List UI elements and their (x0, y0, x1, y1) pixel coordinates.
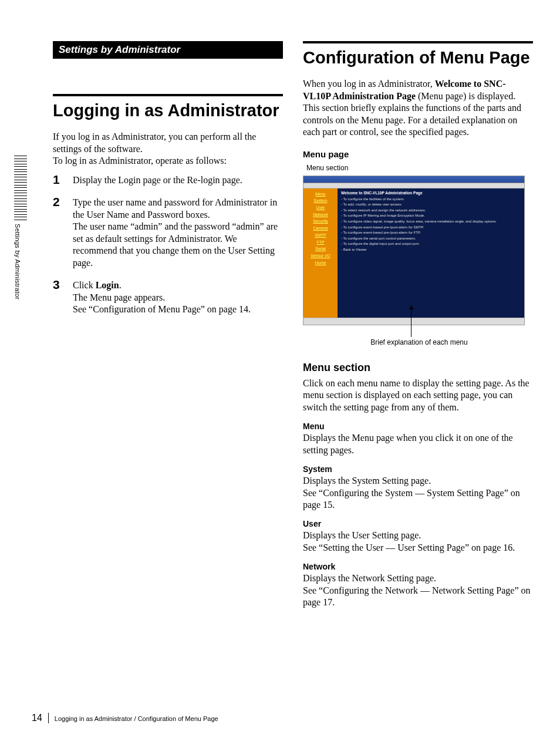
paragraph: Click on each menu name to display the s… (303, 378, 533, 413)
text: Type the user name and password for Admi… (73, 197, 277, 219)
text: (Menu page) is displayed. (416, 91, 515, 101)
text: The Menu page appears. (73, 292, 165, 302)
text: See “Configuring the System — System Set… (303, 488, 520, 510)
text: This section briefly explains the functi… (303, 103, 521, 137)
text: Display the Login page or the Re-login p… (73, 175, 242, 185)
step-2: Type the user name and password for Admi… (53, 197, 283, 269)
text: If you log in as Administrator, you can … (53, 132, 256, 153)
subhead-menu-section: Menu section (303, 362, 533, 374)
text: Displays the User Setting page. (303, 530, 421, 540)
menu-link-home[interactable]: Home (303, 260, 338, 267)
menu-link-camera[interactable]: Camera (303, 225, 338, 232)
text: Click (73, 280, 96, 290)
menu-link-network[interactable]: Network (303, 211, 338, 218)
screenshot-container: Menu section Menu System User Network Se… (303, 164, 533, 348)
paragraph: Displays the Menu page when you click it… (303, 432, 533, 456)
menu-link-menu[interactable]: Menu (303, 191, 338, 198)
text: To log in as Administrator, operate as f… (53, 156, 227, 166)
heading-configuration: Configuration of Menu Page (303, 48, 533, 68)
item-head-menu: Menu (303, 422, 533, 431)
window-titlebar (303, 176, 524, 183)
rule (53, 94, 283, 96)
desc-line: - To select network and assign the netwo… (341, 208, 521, 214)
desc-line: - To configure the digital input port an… (341, 241, 521, 247)
footer-title: Logging in as Administrator / Configurat… (55, 715, 218, 722)
menu-page-screenshot: Menu System User Network Security Camera… (303, 176, 525, 325)
side-section-label: Settings by Administrator (14, 224, 21, 299)
side-stripes-icon (14, 156, 27, 220)
text: See “Configuring the Network — Network S… (303, 585, 530, 607)
heading-logging-in: Logging in as Administrator (53, 101, 283, 120)
step-1: Display the Login page or the Re-login p… (53, 174, 283, 186)
window-statusbar (303, 318, 524, 325)
menu-link-smtp[interactable]: SMTP (303, 232, 338, 239)
intro-paragraph: If you log in as Administrator, you can … (53, 131, 283, 167)
menu-link-serial[interactable]: Serial (303, 245, 338, 252)
right-column: Configuration of Menu Page When you log … (303, 41, 533, 616)
steps-list: Display the Login page or the Re-login p… (53, 174, 283, 316)
callout-arrow: Brief explanation of each menu (303, 325, 533, 348)
arrow-line-icon (411, 308, 411, 337)
menu-link-sensor-io[interactable]: Sensor I/O (303, 252, 338, 260)
text: The user name “admin” and the password “… (73, 221, 278, 267)
item-head-network: Network (303, 562, 533, 571)
desc-line: - To configure the facilities of the sys… (341, 197, 521, 203)
text: . (119, 280, 122, 290)
menu-link-ftp[interactable]: FTP (303, 239, 338, 246)
subhead-menu-page: Menu page (303, 149, 533, 159)
paragraph: When you log in as Administrator, Welcom… (303, 78, 533, 138)
desc-line: - To configure the serial port control p… (341, 236, 521, 242)
menu-link-user[interactable]: User (303, 204, 338, 211)
menu-link-security[interactable]: Security (303, 218, 338, 225)
caption-menu-section: Menu section (306, 164, 533, 172)
desc-line: - To configure IP filtering and Image En… (341, 213, 521, 219)
menu-column: Menu System User Network Security Camera… (303, 188, 338, 318)
desc-line: - To configure event-based pre-/post-ala… (341, 225, 521, 231)
admin-page-header: Welcome to SNC-VL10P Administration Page (341, 191, 521, 195)
side-tab: Settings by Administrator (14, 156, 27, 320)
item-head-user: User (303, 519, 533, 528)
left-column: Settings by Administrator Logging in as … (53, 41, 283, 326)
section-banner: Settings by Administrator (53, 41, 283, 59)
window-menubar (303, 183, 524, 188)
paragraph: Displays the User Setting page. See “Set… (303, 530, 533, 554)
text: Displays the System Setting page. (303, 476, 431, 486)
caption-brief-explanation: Brief explanation of each menu (360, 338, 478, 346)
description-column: Welcome to SNC-VL10P Administration Page… (338, 188, 524, 318)
desc-line: - Back to Viewer (341, 247, 521, 253)
text: See “Setting the User — User Setting Pag… (303, 543, 515, 552)
text: Displays the Network Setting page. (303, 573, 436, 583)
rule (303, 41, 533, 43)
page-number: 14 (32, 713, 42, 723)
footer-divider (48, 713, 49, 723)
item-head-system: System (303, 464, 533, 474)
desc-line: - To configure event-based pre-/post-ala… (341, 230, 521, 236)
desc-line: - To add, modify, or delete user access. (341, 202, 521, 208)
page-footer: 14 Logging in as Administrator / Configu… (32, 713, 218, 723)
paragraph: Displays the System Setting page. See “C… (303, 475, 533, 511)
paragraph: Displays the Network Setting page. See “… (303, 572, 533, 608)
step-3: Click Login. The Menu page appears. See … (53, 279, 283, 315)
text: See “Configuration of Menu Page” on page… (73, 304, 251, 314)
desc-line: - To configure video signal, image quali… (341, 219, 521, 225)
menu-link-system[interactable]: System (303, 197, 338, 204)
text-bold: Login (96, 280, 119, 290)
text: When you log in as Administrator, (303, 79, 435, 89)
